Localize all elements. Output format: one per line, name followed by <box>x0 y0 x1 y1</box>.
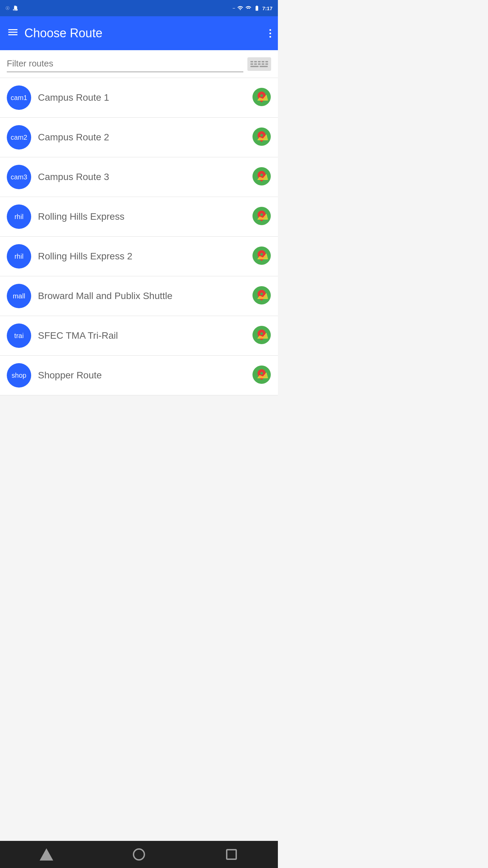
route-name: Rolling Hills Express <box>38 211 252 222</box>
map-icon[interactable] <box>252 246 271 267</box>
route-badge: mall <box>7 284 31 308</box>
map-icon[interactable] <box>252 167 271 187</box>
map-icon[interactable] <box>252 286 271 306</box>
route-badge: rhil <box>7 244 31 269</box>
map-icon[interactable] <box>252 87 271 108</box>
route-name: Campus Route 2 <box>38 132 252 143</box>
route-badge: shop <box>7 363 31 388</box>
more-vertical-icon[interactable] <box>269 29 271 38</box>
filter-bar <box>0 50 278 78</box>
map-icon[interactable] <box>252 206 271 227</box>
route-name: Campus Route 1 <box>38 92 252 103</box>
route-name: Broward Mall and Publix Shuttle <box>38 291 252 301</box>
route-list-item[interactable]: cam2Campus Route 2 <box>0 118 278 157</box>
route-list-item[interactable]: rhilRolling Hills Express <box>0 197 278 237</box>
app-bar: Choose Route <box>0 16 278 50</box>
route-name: Rolling Hills Express 2 <box>38 251 252 262</box>
route-name: Shopper Route <box>38 370 252 381</box>
route-list-item[interactable]: cam1Campus Route 1 <box>0 78 278 118</box>
route-list-item[interactable]: shopShopper Route <box>0 356 278 395</box>
route-list-item[interactable]: rhilRolling Hills Express 2 <box>0 237 278 276</box>
route-name: SFEC TMA Tri-Rail <box>38 330 252 341</box>
map-icon[interactable] <box>252 127 271 147</box>
filter-routes-input[interactable] <box>7 56 243 72</box>
map-icon[interactable] <box>252 365 271 386</box>
route-name: Campus Route 3 <box>38 172 252 182</box>
keyboard-icon[interactable] <box>247 57 271 71</box>
route-badge: cam3 <box>7 165 31 189</box>
route-list-item[interactable]: mallBroward Mall and Publix Shuttle <box>0 276 278 316</box>
map-icon[interactable] <box>252 326 271 346</box>
route-badge: cam1 <box>7 85 31 110</box>
route-badge: cam2 <box>7 125 31 150</box>
wifi-icon <box>237 5 243 11</box>
empty-content-area <box>0 395 278 497</box>
app-bar-title: Choose Route <box>24 26 269 40</box>
status-time: 7:17 <box>262 5 272 11</box>
route-badge: rhil <box>7 204 31 229</box>
battery-icon <box>253 5 260 11</box>
android-icon <box>13 5 19 12</box>
route-list-item[interactable]: cam3Campus Route 3 <box>0 157 278 197</box>
minus-icon: − <box>232 5 235 11</box>
route-list-item[interactable]: traiSFEC TMA Tri-Rail <box>0 316 278 356</box>
status-bar: ☉ − 7:17 <box>0 0 278 16</box>
status-bar-left: ☉ <box>5 5 19 12</box>
status-bar-right: − 7:17 <box>232 5 272 11</box>
shield-icon: ☉ <box>5 5 10 11</box>
route-badge: trai <box>7 323 31 348</box>
hamburger-menu-icon[interactable] <box>7 26 19 41</box>
route-list: cam1Campus Route 1 cam2Campus Route 2 ca… <box>0 78 278 395</box>
signal-icon <box>245 5 251 11</box>
